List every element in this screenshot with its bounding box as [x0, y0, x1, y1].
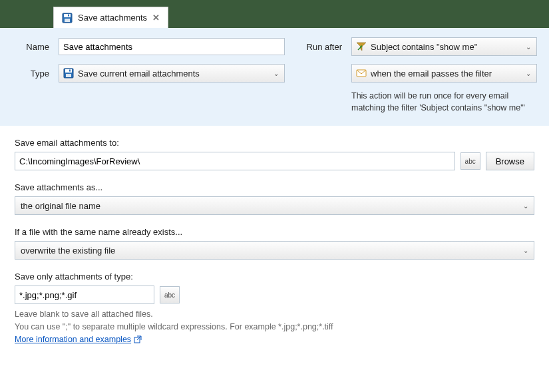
run-after-label: Run after	[291, 42, 345, 52]
when-dropdown[interactable]: when the email passes the filter ⌄	[351, 64, 537, 83]
header-panel: Name Run after Subject contains "show me…	[0, 28, 549, 126]
link-label: More information and examples	[15, 333, 131, 346]
mail-icon	[356, 68, 367, 79]
tab-label: Save attachments	[78, 13, 147, 23]
chevron-down-icon: ⌄	[523, 202, 528, 210]
svg-rect-3	[68, 14, 69, 16]
type-dropdown[interactable]: Save current email attachments ⌄	[59, 64, 285, 83]
save-to-input[interactable]	[15, 152, 455, 170]
abc-button[interactable]: abc	[160, 286, 180, 303]
exists-value: overwrite the existing file	[21, 246, 115, 256]
save-to-label: Save email attachments to:	[15, 138, 534, 148]
run-after-value: Subject contains "show me"	[371, 42, 477, 52]
svg-rect-7	[65, 69, 72, 73]
tab-save-attachments[interactable]: Save attachments ✕	[53, 7, 168, 28]
help-text-line1: Leave blank to save all attached files.	[15, 308, 534, 321]
run-after-dropdown[interactable]: Subject contains "show me" ⌄	[351, 37, 537, 56]
filter-label: Save only attachments of type:	[15, 272, 534, 282]
save-icon	[63, 68, 74, 79]
chevron-down-icon: ⌄	[526, 43, 531, 51]
when-value: when the email passes the filter	[371, 69, 492, 79]
abc-button[interactable]: abc	[460, 152, 480, 170]
browse-button[interactable]: Browse	[486, 152, 534, 170]
more-info-link[interactable]: More information and examples	[15, 333, 142, 346]
filter-icon	[356, 41, 367, 52]
filter-input[interactable]	[15, 286, 154, 304]
save-as-dropdown[interactable]: the original file name ⌄	[15, 196, 534, 215]
chevron-down-icon: ⌄	[526, 70, 531, 77]
exists-dropdown[interactable]: overwrite the existing file ⌄	[15, 241, 534, 260]
name-label: Name	[12, 42, 52, 52]
svg-rect-8	[66, 74, 71, 77]
name-input[interactable]	[59, 38, 285, 55]
save-as-value: the original file name	[21, 201, 100, 211]
save-as-label: Save attachments as...	[15, 182, 534, 192]
help-text-line2: You can use ";" to separate multiple wil…	[15, 321, 534, 333]
run-after-note: This action will be run once for every e…	[351, 91, 537, 114]
close-icon[interactable]: ✕	[152, 13, 160, 23]
title-bar: Save attachments ✕	[0, 0, 549, 28]
type-value: Save current email attachments	[78, 69, 200, 79]
svg-line-12	[137, 336, 141, 340]
svg-rect-2	[65, 19, 70, 22]
chevron-down-icon: ⌄	[523, 247, 528, 254]
external-link-icon	[134, 335, 142, 343]
main-panel: Save email attachments to: abc Browse Sa…	[0, 126, 549, 364]
svg-rect-9	[69, 70, 71, 72]
chevron-down-icon: ⌄	[274, 70, 279, 77]
svg-line-5	[358, 47, 361, 50]
exists-label: If a file with the same name already exi…	[15, 227, 534, 237]
type-label: Type	[12, 69, 52, 79]
save-icon	[62, 13, 73, 23]
svg-rect-1	[64, 14, 71, 17]
